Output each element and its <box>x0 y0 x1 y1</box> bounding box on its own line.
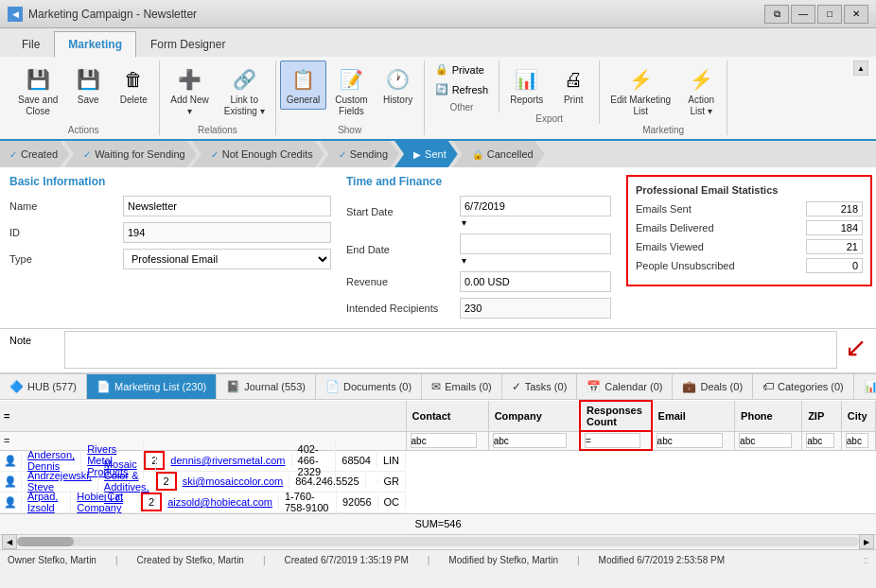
filter-responses[interactable] <box>585 433 640 448</box>
tab-documents[interactable]: 📄 Documents (0) <box>316 373 422 400</box>
id-input <box>123 222 331 243</box>
stats-title: Professional Email Statistics <box>636 184 863 196</box>
resize-handle[interactable]: :: <box>863 555 868 565</box>
email-link[interactable]: dennis@riversmetal.com <box>170 455 285 466</box>
reports-icon: 📊 <box>512 64 542 95</box>
scroll-right-arrow[interactable]: ▶ <box>859 534 874 549</box>
refresh-icon: 🔄 <box>435 83 448 95</box>
filter-company[interactable] <box>493 433 568 448</box>
print-button[interactable]: 🖨 Print <box>552 61 595 110</box>
company-link[interactable]: Hobie Cat Company <box>77 491 123 513</box>
tab-calendar[interactable]: 📅 Calendar (0) <box>577 373 673 400</box>
name-input[interactable] <box>123 196 331 216</box>
save-button[interactable]: 💾 Save <box>66 61 110 110</box>
hub-icon: 🔷 <box>9 380 24 393</box>
end-date-input[interactable] <box>460 233 611 254</box>
revenue-input[interactable] <box>460 271 611 292</box>
col-icon: = <box>0 401 406 431</box>
crumb-created[interactable]: ✓ Created <box>0 141 69 167</box>
email-link[interactable]: aizsold@hobiecat.com <box>167 496 272 508</box>
end-date-row: End Date ▾ <box>346 233 611 266</box>
recipients-row: Intended Recipients <box>346 298 611 319</box>
breadcrumb: ✓ Created ✓ Waiting for Sending ✓ Not En… <box>0 141 876 167</box>
filter-city[interactable] <box>846 433 868 448</box>
contact-link[interactable]: Arpad, Izsold <box>27 491 58 513</box>
id-field-row: ID <box>9 222 331 243</box>
crumb-waiting[interactable]: ✓ Waiting for Sending <box>64 141 197 167</box>
restore-btn[interactable]: ⧉ <box>764 5 789 24</box>
crumb-sent[interactable]: ▶ Sent <box>394 141 458 167</box>
scroll-track[interactable] <box>17 537 859 546</box>
reports-button[interactable]: 📊 Reports <box>503 61 550 110</box>
crumb-sending[interactable]: ✓ Sending <box>320 141 399 167</box>
sum-row: SUM=546 <box>0 513 876 534</box>
col-contact[interactable]: Contact <box>406 401 488 431</box>
emails-viewed-value <box>806 239 863 254</box>
tab-emails[interactable]: ✉ Emails (0) <box>422 373 502 400</box>
col-email[interactable]: Email <box>652 401 735 431</box>
grid-header-row: = Contact Company Responses Count Email … <box>0 401 876 431</box>
close-btn[interactable]: ✕ <box>844 5 868 24</box>
refresh-button[interactable]: 🔄 Refresh <box>429 80 496 98</box>
add-new-icon: ➕ <box>175 64 205 95</box>
people-unsubscribed-row: People Unsubscribed <box>636 258 863 273</box>
tab-file[interactable]: File <box>8 31 54 57</box>
delete-button[interactable]: 🗑 Delete <box>112 61 155 110</box>
filter-contact[interactable] <box>411 433 477 448</box>
horizontal-scrollbar[interactable]: ◀ ▶ <box>0 534 876 549</box>
filter-phone[interactable] <box>739 433 792 448</box>
tab-categories[interactable]: 🏷 Categories (0) <box>753 373 854 400</box>
tab-marketing-list[interactable]: 📄 Marketing List (230) <box>87 373 217 400</box>
filter-zip[interactable] <box>806 433 833 448</box>
window-controls: ⧉ — □ ✕ <box>764 5 868 24</box>
type-select[interactable]: Professional Email <box>123 249 331 269</box>
tasks-icon: ✓ <box>512 380 521 393</box>
app-icon: ◀ <box>8 7 23 22</box>
maximize-btn[interactable]: □ <box>817 5 842 24</box>
marketing-list-icon: 📄 <box>96 380 111 393</box>
sum-value: SUM=546 <box>414 518 461 529</box>
print-icon: 🖨 <box>558 64 588 95</box>
start-date-input[interactable] <box>460 196 611 216</box>
save-close-button[interactable]: 💾 Save andClose <box>11 61 64 121</box>
minimize-btn[interactable]: — <box>791 5 815 24</box>
note-textarea[interactable] <box>64 331 837 369</box>
history-button[interactable]: 🕐 History <box>377 61 420 110</box>
status-bar: Owner Stefko, Martin | Created by Stefko… <box>0 549 876 570</box>
scroll-left-arrow[interactable]: ◀ <box>2 534 17 549</box>
categories-icon: 🏷 <box>762 380 774 393</box>
filter-email[interactable] <box>657 433 724 448</box>
action-list-button[interactable]: ⚡ ActionList ▾ <box>679 61 723 121</box>
col-zip[interactable]: ZIP <box>802 401 842 431</box>
crumb-cancelled[interactable]: 🔒 Cancelled <box>453 141 545 167</box>
general-icon: 📋 <box>288 64 318 95</box>
email-link[interactable]: ski@mosaiccolor.com <box>183 476 284 487</box>
time-finance-section: Time and Finance Start Date ▾ End Date ▾… <box>346 175 611 324</box>
ribbon-collapse-btn[interactable]: ▲ <box>853 61 868 76</box>
col-responses[interactable]: Responses Count <box>580 401 652 431</box>
crumb-not-enough[interactable]: ✓ Not Enough Credits <box>192 141 324 167</box>
add-new-button[interactable]: ➕ Add New▾ <box>164 61 216 121</box>
scroll-thumb[interactable] <box>17 537 74 546</box>
tab-hub[interactable]: 🔷 HUB (577) <box>0 373 87 400</box>
col-city[interactable]: City <box>841 401 875 431</box>
general-button[interactable]: 📋 General <box>280 61 327 110</box>
custom-fields-button[interactable]: 📝 CustomFields <box>328 61 374 121</box>
calendar-icon: 📅 <box>587 380 601 393</box>
edit-marketing-list-button[interactable]: ⚡ Edit MarketingList <box>604 61 677 121</box>
tab-marketing[interactable]: Marketing <box>54 31 136 58</box>
private-button[interactable]: 🔒 Private <box>429 61 496 78</box>
col-phone[interactable]: Phone <box>735 401 802 431</box>
tab-journal[interactable]: 📓 Journal (553) <box>217 373 316 400</box>
ribbon-group-marketing: ⚡ Edit MarketingList ⚡ ActionList ▾ Mark… <box>600 61 727 135</box>
private-icon: 🔒 <box>435 63 448 76</box>
note-section: Note ↙ <box>0 329 876 373</box>
grid-container: = Contact Company Responses Count Email … <box>0 400 876 534</box>
tab-project[interactable]: 📊 Project <box>854 373 876 400</box>
ribbon-group-export: 📊 Reports 🖨 Print Export <box>499 61 600 124</box>
tab-deals[interactable]: 💼 Deals (0) <box>673 373 753 400</box>
link-existing-button[interactable]: 🔗 Link toExisting ▾ <box>218 61 272 121</box>
tab-tasks[interactable]: ✓ Tasks (0) <box>502 373 578 400</box>
tab-form-designer[interactable]: Form Designer <box>136 31 239 57</box>
col-company[interactable]: Company <box>488 401 580 431</box>
